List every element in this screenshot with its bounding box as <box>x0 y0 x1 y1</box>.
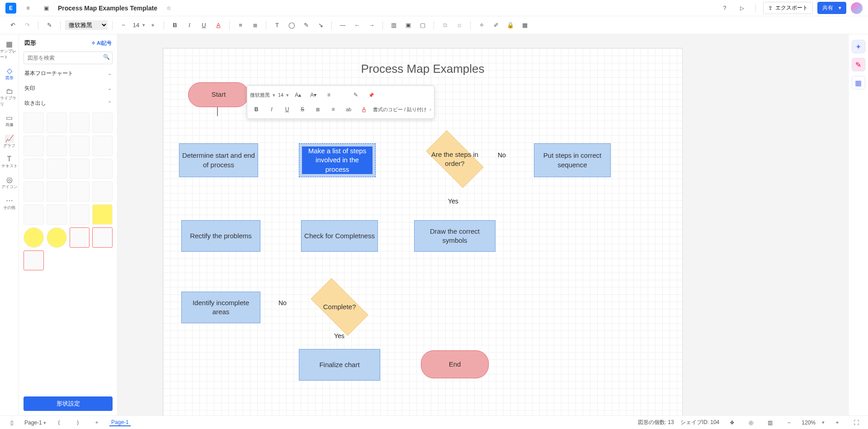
rail-other[interactable]: ⋯その他 <box>0 193 19 213</box>
node-start[interactable]: Start <box>188 82 249 107</box>
node-identify[interactable]: Identify incomplete areas <box>181 292 260 323</box>
zoom-out-icon[interactable]: − <box>783 416 795 429</box>
shape-thumb[interactable] <box>24 250 44 271</box>
rail-shapes[interactable]: ◇図形 <box>0 64 19 84</box>
node-draw-symbols[interactable]: Draw the correct symbols <box>414 220 495 252</box>
canvas[interactable]: Process Map Examples <box>163 48 683 415</box>
focus-icon[interactable]: ◎ <box>745 416 757 429</box>
app-logo[interactable]: E <box>5 3 16 14</box>
shape-thumb[interactable] <box>47 113 67 133</box>
shape-thumb[interactable] <box>47 159 67 179</box>
node-finalize[interactable]: Finalize chart <box>299 349 380 381</box>
shape-thumb[interactable] <box>70 113 90 133</box>
node-check-complete[interactable]: Check for Completness <box>301 220 378 252</box>
front-icon[interactable]: ▣ <box>402 19 415 32</box>
shape-thumb[interactable] <box>70 159 90 179</box>
underline-icon[interactable]: U <box>198 19 210 32</box>
shape-thumb[interactable] <box>24 204 44 225</box>
format-painter-icon[interactable]: ✎ <box>43 19 56 32</box>
crop-icon[interactable]: ▦ <box>519 19 531 32</box>
ab-icon[interactable]: ab <box>342 103 355 116</box>
shape-thumb[interactable] <box>47 181 67 202</box>
page-next-icon[interactable]: ⟩ <box>71 416 84 429</box>
add-page-icon[interactable]: ＋ <box>90 416 103 429</box>
map-icon[interactable]: ▥ <box>764 416 776 429</box>
rail-library[interactable]: 🗀ライブラリ <box>0 85 19 110</box>
shape-thumb[interactable] <box>24 113 44 133</box>
favorite-icon[interactable]: ☆ <box>163 2 175 14</box>
shape-thumb[interactable] <box>47 204 67 225</box>
shape-thumb[interactable] <box>24 181 44 202</box>
float-copy-format[interactable]: 書式のコピー / 貼り付け <box>373 106 427 113</box>
text-tool-icon[interactable]: T <box>271 19 283 32</box>
section-basic-flowchart[interactable]: 基本フローチャート⌄ <box>19 66 117 81</box>
magic-icon[interactable]: ✧ <box>475 19 488 32</box>
page-tab[interactable]: Page-1 <box>109 419 131 426</box>
underline-icon[interactable]: U <box>281 103 293 116</box>
font-color-icon[interactable]: A <box>358 103 370 116</box>
zoom-in-icon[interactable]: + <box>831 416 844 429</box>
float-size[interactable]: 14 <box>278 92 283 98</box>
shape-thumb[interactable] <box>92 113 113 133</box>
ai-assistant-icon[interactable]: ✦ <box>852 40 865 53</box>
line-color-icon[interactable]: ✎ <box>300 19 312 32</box>
node-end[interactable]: End <box>421 350 489 378</box>
group-icon[interactable]: ▥ <box>387 19 400 32</box>
node-put-steps[interactable]: Put steps in correct sequence <box>534 143 611 177</box>
shape-thumb[interactable] <box>70 204 90 225</box>
save-icon[interactable]: ▣ <box>40 2 52 14</box>
rail-icon[interactable]: ◎アイコン <box>0 173 19 193</box>
rail-template[interactable]: ▦テンプレート <box>0 37 19 63</box>
node-decision-complete[interactable]: Complete? <box>303 287 376 327</box>
shape-thumb[interactable] <box>92 204 113 225</box>
shape-thumb[interactable] <box>47 227 67 248</box>
connector-icon[interactable]: ↘ <box>314 19 327 32</box>
rail-graph[interactable]: 📈グラフ <box>0 132 19 151</box>
node-make-list[interactable]: Make a list of steps involved in the pro… <box>299 143 376 177</box>
section-arrows[interactable]: 矢印⌄ <box>19 81 117 96</box>
menu-icon[interactable]: ≡ <box>22 2 34 14</box>
arrow-start-icon[interactable]: ← <box>351 19 363 32</box>
fontsize-dec-icon[interactable]: A▾ <box>307 89 320 101</box>
shape-thumb[interactable] <box>24 227 44 248</box>
fontsize-inc-icon[interactable]: A▴ <box>292 89 304 101</box>
shape-thumb[interactable] <box>24 159 44 179</box>
outline-icon[interactable]: ▯ <box>5 416 18 429</box>
layers-icon[interactable]: ❖ <box>726 416 738 429</box>
node-rectify[interactable]: Rectify the problems <box>181 220 260 252</box>
strike-icon[interactable]: S <box>296 103 309 116</box>
shape-thumb[interactable] <box>92 227 113 248</box>
align-v-icon[interactable]: ≣ <box>249 19 261 32</box>
align-icon[interactable]: ⧉ <box>439 19 451 32</box>
avatar[interactable] <box>851 2 863 14</box>
export-button[interactable]: ⇪エクスポート <box>763 2 813 14</box>
align-icon[interactable]: ≡ <box>322 89 335 101</box>
pin-icon[interactable]: 📌 <box>365 89 377 101</box>
font-color-icon[interactable]: A <box>212 19 225 32</box>
fontsize-inc[interactable]: + <box>146 19 159 32</box>
apps-icon[interactable]: ▦ <box>852 76 865 90</box>
redo-icon[interactable]: ↷ <box>21 19 33 32</box>
rail-image[interactable]: ▭画像 <box>0 111 19 131</box>
align-h-icon[interactable]: ≡ <box>234 19 247 32</box>
shape-thumb[interactable] <box>92 159 113 179</box>
page-select[interactable]: Page-1 ▾ <box>24 420 46 426</box>
shape-thumb[interactable] <box>70 181 90 202</box>
format-painter-icon[interactable]: ✎ <box>349 89 362 101</box>
shape-thumb[interactable] <box>70 136 90 156</box>
back-icon[interactable]: ▢ <box>416 19 429 32</box>
distribute-icon[interactable]: ⧈ <box>453 19 466 32</box>
lock-icon[interactable]: 🔒 <box>504 19 517 32</box>
float-font[interactable]: 微软雅黑 <box>250 92 270 99</box>
font-select[interactable]: 微软雅黑 <box>65 20 108 30</box>
fontsize-dec[interactable]: − <box>117 19 130 32</box>
bold-icon[interactable]: B <box>250 103 263 116</box>
help-icon[interactable]: ? <box>718 2 731 14</box>
rail-text[interactable]: Tテキスト <box>0 152 19 172</box>
search-input[interactable] <box>24 52 113 64</box>
fullscreen-icon[interactable]: ⛶ <box>850 416 863 429</box>
list-icon[interactable]: ≣ <box>311 103 324 116</box>
bold-icon[interactable]: B <box>169 19 181 32</box>
page-prev-icon[interactable]: ⟨ <box>52 416 65 429</box>
line-style-icon[interactable]: — <box>336 19 349 32</box>
